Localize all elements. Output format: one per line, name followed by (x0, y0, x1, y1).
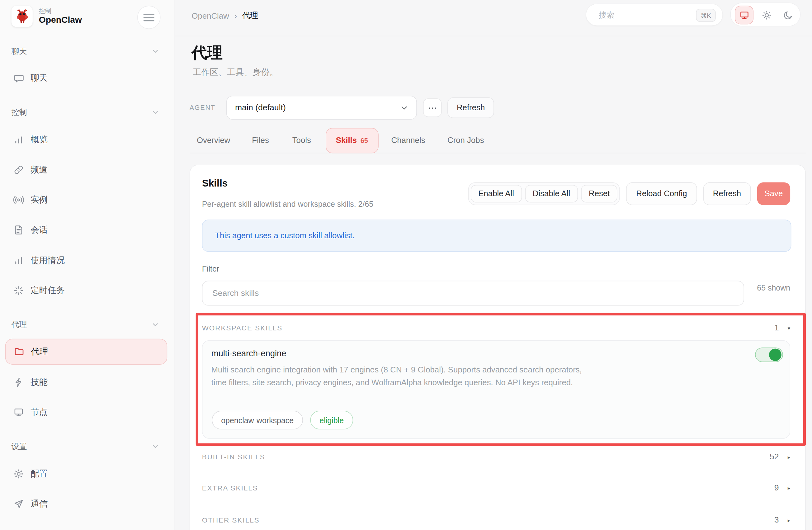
global-search-input[interactable] (597, 4, 680, 25)
skill-search (202, 281, 744, 305)
main-area: OpenClaw › 代理 ⌘K 代理 工作区、工具、身份。 (175, 0, 812, 530)
tab-skills[interactable]: Skills 65 (325, 128, 378, 153)
tab-skills-badge: 65 (361, 137, 368, 144)
theme-light-button[interactable] (757, 5, 776, 24)
sidebar: 控制 OpenClaw 聊天 聊天 控制 概览 频道 实例 (0, 0, 175, 530)
sidebar-item-sessions[interactable]: 会话 (0, 219, 175, 241)
sidebar-item-usage[interactable]: 使用情况 (0, 249, 175, 272)
skill-enabled-toggle[interactable] (755, 347, 783, 362)
sidebar-item-agents[interactable]: 代理 (5, 339, 168, 364)
sidebar-item-cron-tasks[interactable]: 定时任务 (0, 279, 175, 302)
shown-count: 65 shown (757, 283, 790, 292)
shortcut-badge: ⌘K (696, 9, 715, 22)
filter-label: Filter (202, 264, 219, 273)
folder-icon (13, 346, 26, 357)
chevron-down-icon (151, 443, 159, 450)
agent-refresh-button[interactable]: Refresh (447, 98, 494, 118)
section-workspace-skills[interactable]: WORKSPACE SKILLS 1 ▾ (202, 318, 790, 337)
tab-cron-jobs[interactable]: Cron Jobs (447, 136, 484, 145)
chevron-down-icon (151, 321, 159, 328)
sidebar-item-overview[interactable]: 概览 (0, 128, 175, 151)
brand-name: OpenClaw (39, 15, 82, 26)
page-title: 代理 (191, 42, 222, 63)
page-subtitle: 工作区、工具、身份。 (193, 67, 278, 78)
skill-tags: openclaw-workspace eligible (212, 411, 353, 429)
breadcrumb-separator: › (234, 11, 237, 20)
moon-icon (782, 10, 793, 20)
send-icon (13, 498, 26, 510)
tab-files[interactable]: Files (252, 136, 269, 145)
gear-icon (13, 468, 26, 480)
agent-label: AGENT (190, 104, 216, 112)
skills-panel-title: Skills (202, 178, 228, 189)
topbar: OpenClaw › 代理 ⌘K (175, 0, 812, 36)
sidebar-item-instances[interactable]: 实例 (0, 188, 175, 211)
skills-panel-subtitle: Per-agent skill allowlist and workspace … (202, 199, 374, 208)
skill-name: multi-search-engine (212, 348, 287, 358)
breadcrumb: OpenClaw › 代理 (191, 10, 258, 21)
section-other-skills[interactable]: OTHER SKILLS 3 ▸ (202, 511, 790, 529)
tabs: Overview Files Tools Skills 65 Channels … (190, 128, 806, 154)
tag-openclaw-workspace: openclaw-workspace (212, 411, 303, 429)
sidebar-collapse-button[interactable] (137, 5, 161, 29)
document-icon (13, 224, 26, 236)
skills-bulk-group: Enable All Disable All Reset (468, 182, 620, 205)
agent-select[interactable]: main (default) (226, 96, 417, 120)
breadcrumb-root[interactable]: OpenClaw (191, 11, 229, 20)
sidebar-item-channels[interactable]: 频道 (0, 158, 175, 181)
reload-config-button[interactable]: Reload Config (626, 182, 697, 205)
bar-chart-icon (13, 134, 26, 146)
agent-more-button[interactable]: ⋯ (423, 98, 442, 117)
skills-panel: Skills Per-agent skill allowlist and wor… (190, 165, 806, 530)
global-search: ⌘K (586, 4, 723, 26)
broadcast-icon (13, 194, 26, 206)
lightning-icon (13, 376, 26, 388)
sidebar-section-chat[interactable]: 聊天 (0, 40, 175, 62)
caret-right-icon: ▸ (788, 485, 790, 491)
workspace-skills-count: 1 (774, 323, 779, 333)
sidebar-item-messaging[interactable]: 通信 (0, 493, 175, 515)
sidebar-item-chat[interactable]: 聊天 (0, 67, 175, 90)
theme-switcher (730, 2, 800, 27)
chat-icon (13, 73, 26, 84)
chevron-down-icon (151, 109, 159, 116)
monitor-icon (13, 407, 26, 418)
caret-right-icon: ▸ (788, 517, 790, 523)
app-window: 控制 OpenClaw 聊天 聊天 控制 概览 频道 实例 (0, 0, 812, 530)
tab-overview[interactable]: Overview (197, 136, 230, 145)
sidebar-item-config[interactable]: 配置 (0, 462, 175, 485)
spinner-icon (13, 285, 26, 297)
link-icon (13, 164, 26, 176)
disable-all-button[interactable]: Disable All (525, 185, 578, 203)
save-button[interactable]: Save (757, 182, 790, 205)
theme-dark-button[interactable] (778, 5, 797, 24)
chevron-down-icon (401, 104, 408, 112)
sun-icon (761, 10, 772, 20)
section-built-in-skills[interactable]: BUILT-IN SKILLS 52 ▸ (202, 447, 790, 466)
other-skills-count: 3 (774, 515, 779, 525)
theme-system-button[interactable] (735, 5, 753, 24)
sidebar-item-nodes[interactable]: 节点 (0, 401, 175, 424)
sidebar-section-control[interactable]: 控制 (0, 101, 175, 124)
skills-toolbar: Enable All Disable All Reset Reload Conf… (468, 182, 790, 205)
caret-right-icon: ▸ (788, 454, 790, 460)
tag-eligible: eligible (310, 411, 353, 429)
breadcrumb-current: 代理 (242, 10, 258, 21)
skill-search-input[interactable] (212, 281, 729, 305)
section-extra-skills[interactable]: EXTRA SKILLS 9 ▸ (202, 478, 790, 497)
built-in-skills-count: 52 (770, 452, 779, 461)
brand: 控制 OpenClaw (12, 5, 82, 27)
tab-tools[interactable]: Tools (292, 136, 311, 145)
bar-chart-icon (13, 255, 26, 266)
sidebar-section-agents[interactable]: 代理 (0, 313, 175, 336)
agent-select-value: main (default) (235, 103, 401, 112)
refresh-button[interactable]: Refresh (703, 182, 751, 205)
sidebar-item-skills[interactable]: 技能 (0, 371, 175, 393)
enable-all-button[interactable]: Enable All (470, 185, 522, 203)
sidebar-section-settings[interactable]: 设置 (0, 435, 175, 458)
chevron-down-icon (151, 48, 159, 55)
caret-down-icon: ▾ (788, 325, 790, 331)
reset-button[interactable]: Reset (581, 185, 618, 203)
brand-eyebrow: 控制 (39, 7, 82, 14)
tab-channels[interactable]: Channels (391, 136, 425, 145)
